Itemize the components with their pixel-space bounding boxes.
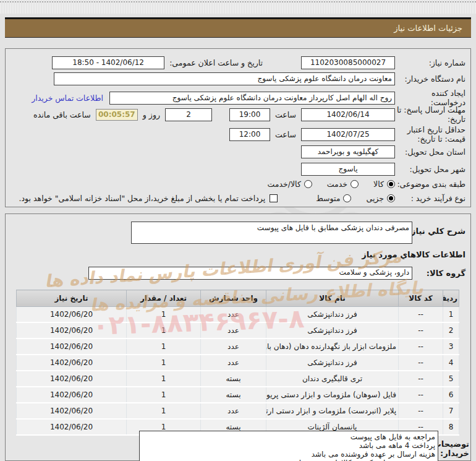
row-buyer-org: نام دستگاه خریدار: معاونت درمان دانشگاه … xyxy=(6,72,470,85)
table-cell: -- xyxy=(399,338,443,355)
treasury-note: پرداخت تمام یا بخشی از مبلغ خرید،از محل … xyxy=(19,194,266,203)
table-cell: تری قالبگیری دندان xyxy=(266,371,399,387)
group-field[interactable]: دارو، پزشکی و سلامت xyxy=(88,267,412,280)
row-province: استان محل تحویل: کهگیلویه و بویراحمد xyxy=(6,145,470,158)
table-cell: 7 xyxy=(443,403,459,419)
table-header-cell: تاریخ نیاز xyxy=(17,290,127,307)
table-cell: -- xyxy=(399,322,443,338)
city-label: شهر محل تحویل: xyxy=(395,165,465,174)
table-cell: فرز دندانپزشکی xyxy=(266,307,399,323)
radio-service-label: خدمت xyxy=(327,179,347,189)
table-cell: -- xyxy=(399,307,443,323)
table-cell: عدد xyxy=(201,307,266,323)
radio-goods-service-label: کالا/خدمت xyxy=(267,179,300,189)
deadline-days-label: روز و xyxy=(143,110,160,119)
category-label: طبقه بندی موضوعی: xyxy=(395,179,465,189)
page-title: جزئیات اطلاعات نیاز xyxy=(5,17,471,38)
table-cell: 8 xyxy=(443,419,459,435)
table-header-cell: تعداد / مقدار xyxy=(127,290,201,307)
city-field[interactable]: یاسوج xyxy=(301,163,395,176)
row-validity: حداقل تاریخ اعتبار قیمت: تا تاریخ: 1402/… xyxy=(6,124,470,144)
table-cell: عدد xyxy=(201,338,266,355)
validity-time-label: ساعت xyxy=(275,130,296,139)
table-cell: 1 xyxy=(127,307,201,323)
province-field[interactable]: کهگیلویه و بویراحمد xyxy=(301,145,395,158)
table-cell: 1 xyxy=(127,371,201,387)
note-line: در صورت عدم تایید کیفیت کالاها مرجوع خوا… xyxy=(142,459,435,461)
table-row: 2--فرز دندانپزشکیعدد11402/06/20 xyxy=(17,322,459,338)
table-header-cell: کد کالا xyxy=(399,290,443,307)
table-cell: فرز دندانپزشکی xyxy=(266,322,399,338)
table-cell: 1 xyxy=(127,403,201,419)
table-header-cell: ردیف xyxy=(443,290,459,307)
table-cell: 6 xyxy=(443,387,459,403)
dotted-divider xyxy=(0,1,476,2)
table-cell: -- xyxy=(399,371,443,387)
note-line: هزینه ارسال بر عهده فروشنده می باشد xyxy=(142,450,435,459)
table-cell: 1402/06/20 xyxy=(17,355,127,371)
announce-label: تاریخ و ساعت اعلان عمومی: xyxy=(169,58,263,67)
table-cell: 2 xyxy=(443,322,459,338)
process-option-medium: متوسط xyxy=(316,194,351,203)
row-process: نوع فرآیند خرید : جزیی متوسط پرداخت تمام… xyxy=(6,194,470,203)
table-cell: بسته xyxy=(201,387,266,403)
creator-field[interactable]: روح اله الهام اصل کارپرداز معاونت درمان … xyxy=(109,92,395,105)
row-need-number: شماره نیاز: 1102030085000027 تاریخ و ساع… xyxy=(6,56,470,69)
table-header-row: ردیفکد کالانام کالاواحد شمارشتعداد / مقد… xyxy=(17,290,459,307)
category-option-goods: کالا xyxy=(373,179,395,189)
radio-minor-label: جزیی xyxy=(366,194,384,203)
items-panel: شرح کلي نیاز: مصرفی دندان پزشکی مطابق با… xyxy=(5,213,471,461)
notes-field[interactable]: مراجعه به فایل های پیوست پرداخت 4 ماهه م… xyxy=(139,431,438,461)
table-cell: 1402/06/20 xyxy=(17,403,127,419)
table-cell: -- xyxy=(399,387,443,403)
table-cell: عدد xyxy=(201,355,266,371)
validity-label: حداقل تاریخ اعتبار قیمت: تا تاریخ: xyxy=(395,125,465,144)
buyer-org-field[interactable]: معاونت درمان دانشگاه علوم پزشکی یاسوج xyxy=(54,72,395,85)
table-cell: -- xyxy=(399,403,443,419)
treasury-checkbox[interactable] xyxy=(270,194,278,202)
need-number-label: شماره نیاز: xyxy=(395,58,465,67)
table-header-cell: نام کالا xyxy=(266,290,399,307)
table-cell: بسته xyxy=(201,371,266,387)
deadline-date-field[interactable]: 1402/06/14 xyxy=(301,108,395,121)
buyer-org-label: نام دستگاه خریدار: xyxy=(395,74,465,84)
table-cell: -- xyxy=(399,355,443,371)
table-cell: 5 xyxy=(443,371,459,387)
table-cell: 1 xyxy=(127,322,201,338)
announce-field[interactable]: 1402/06/12 - 18:50 xyxy=(52,56,164,69)
items-heading: اطلاعات کالاهاي مورد نیاز xyxy=(362,250,465,259)
table-cell: 1402/06/20 xyxy=(17,387,127,403)
deadline-time-label: ساعت xyxy=(275,110,296,119)
radio-goods[interactable] xyxy=(387,180,395,188)
table-header-cell: واحد شمارش xyxy=(201,290,266,307)
table-row: 4--فرز دندانپزشکیعدد11402/06/20 xyxy=(17,355,459,371)
deadline-label: مهلت ارسال پاسخ: تا تاریخ: xyxy=(395,105,465,124)
table-row: 6--فایل (سوهان) ملزومات و ابزار دستی پری… xyxy=(17,387,459,403)
radio-goods-service[interactable] xyxy=(304,180,312,188)
need-number-field[interactable]: 1102030085000027 xyxy=(301,56,395,69)
validity-date-field[interactable]: 1402/07/25 xyxy=(301,128,395,141)
note-line: پرداخت 4 ماهه می باشد xyxy=(142,441,435,450)
radio-service[interactable] xyxy=(351,180,359,188)
table-cell: فرز دندانپزشکی xyxy=(266,355,399,371)
category-option-goods-service: کالا/خدمت xyxy=(267,179,312,189)
buyer-contact-link[interactable]: اطلاعات تماس خریدار xyxy=(32,93,103,103)
deadline-time-field[interactable]: 19:00 xyxy=(229,108,270,121)
table-cell: 1402/06/20 xyxy=(17,307,127,323)
radio-medium[interactable] xyxy=(343,194,351,202)
process-label: نوع فرآیند خرید : xyxy=(395,194,465,203)
process-option-minor: جزیی xyxy=(366,194,395,203)
radio-minor[interactable] xyxy=(387,194,395,202)
countdown-timer: 00:05:57 xyxy=(96,109,138,121)
table-cell: 1 xyxy=(127,355,201,371)
description-label: شرح کلي نیاز: xyxy=(408,226,465,236)
deadline-days-field[interactable]: 2 xyxy=(165,108,212,121)
table-cell: 3 xyxy=(443,338,459,355)
table-cell: ملزومات ابزار باز نگهدارنده دهان (دهان ب… xyxy=(266,338,399,355)
description-field[interactable]: مصرفی دندان پزشکی مطابق با فایل های پیوس… xyxy=(131,222,412,244)
table-cell: پلایر (انبردست) ملزومات و ابزار دستی ارت… xyxy=(266,403,399,419)
table-row: 5--تری قالبگیری دندانبسته11402/06/20 xyxy=(17,371,459,387)
validity-time-field[interactable]: 12:00 xyxy=(229,128,270,141)
row-deadline: مهلت ارسال پاسخ: تا تاریخ: 1402/06/14 سا… xyxy=(6,105,470,124)
province-label: استان محل تحویل: xyxy=(395,147,465,157)
